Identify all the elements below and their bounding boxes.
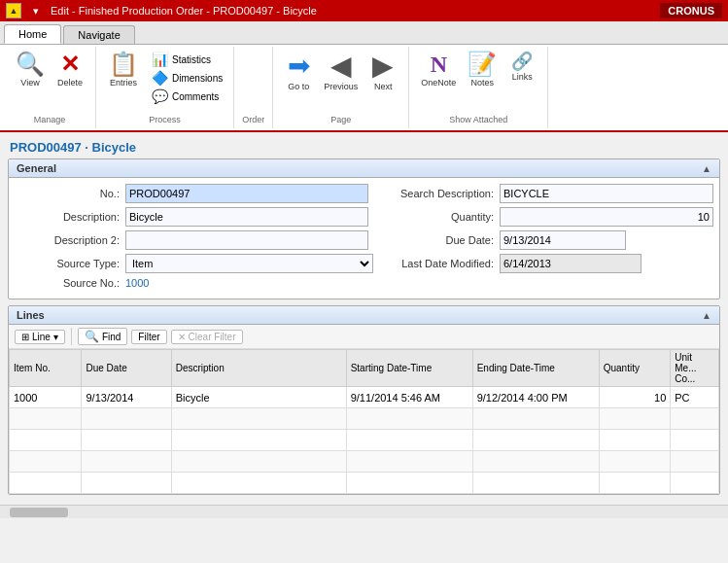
line-grid-icon: ⊞ — [21, 332, 29, 342]
no-label: No.: — [18, 188, 125, 199]
find-button[interactable]: 🔍 Find — [78, 328, 127, 345]
description-row: Description: — [18, 207, 373, 227]
cell-ending-dt: 9/12/2014 4:00 PM — [472, 387, 599, 408]
view-icon: 🔍 — [16, 53, 45, 76]
dimensions-button[interactable]: 🔷 Dimensions — [149, 69, 225, 87]
col-due-date: Due Date — [82, 350, 171, 387]
lines-section: Lines ▲ ⊞ Line ▾ 🔍 Find Filter ✕ Clear F… — [8, 305, 720, 495]
lines-section-header[interactable]: Lines ▲ — [9, 306, 719, 325]
links-label: Links — [512, 72, 533, 82]
quantity-input[interactable] — [500, 207, 713, 227]
general-collapse-icon: ▲ — [702, 163, 711, 174]
delete-button[interactable]: ✕ Delete — [52, 51, 87, 89]
col-starting-dt: Starting Date-Time — [346, 350, 472, 387]
general-two-col: No.: Description: Description 2: Source … — [18, 184, 710, 293]
goto-label: Go to — [288, 82, 309, 91]
entries-button[interactable]: 📋 Entries — [104, 51, 143, 89]
onenote-button[interactable]: N OneNote — [417, 51, 460, 89]
tab-navigate[interactable]: Navigate — [63, 25, 134, 44]
line-button[interactable]: ⊞ Line ▾ — [15, 330, 65, 344]
order-group-label: Order — [242, 111, 264, 124]
entries-icon: 📋 — [109, 53, 138, 76]
dimensions-label: Dimensions — [172, 73, 223, 84]
page-content: PROD00497 · Bicycle General ▲ No.: Descr… — [0, 132, 728, 505]
description-label: Description: — [18, 211, 125, 223]
lastDateModified-input — [500, 254, 641, 273]
previous-button[interactable]: ◀ Previous — [320, 51, 362, 93]
links-button[interactable]: 🔗 Links — [504, 51, 539, 84]
menu-button[interactable]: ▾ — [27, 4, 45, 18]
table-row-empty — [10, 451, 719, 473]
links-icon: 🔗 — [511, 53, 533, 70]
goto-button[interactable]: ➡ Go to — [281, 51, 316, 93]
manage-group-label: Manage — [12, 111, 87, 124]
filter-button[interactable]: Filter — [131, 330, 166, 344]
notes-label: Notes — [471, 78, 495, 88]
lines-collapse-icon: ▲ — [702, 310, 711, 321]
notes-button[interactable]: 📝 Notes — [464, 51, 501, 89]
sourceType-select[interactable]: Item — [125, 254, 373, 273]
cell-due-date: 9/13/2014 — [82, 387, 171, 408]
col-quantity: Quantity — [599, 350, 671, 387]
notes-icon: 📝 — [468, 53, 497, 76]
table-row-empty — [10, 473, 719, 494]
general-left-col: No.: Description: Description 2: Source … — [18, 184, 373, 293]
general-section: General ▲ No.: Description: Description … — [8, 158, 720, 299]
cell-item-no: 1000 — [10, 387, 82, 408]
lines-table-container: Item No. Due Date Description Starting D… — [9, 349, 719, 494]
entries-label: Entries — [110, 78, 137, 88]
find-icon: 🔍 — [85, 330, 99, 343]
searchDescription-row: Search Description: — [393, 184, 713, 203]
statistics-button[interactable]: 📊 Statistics — [149, 51, 225, 68]
show-attached-group-label: Show Attached — [417, 111, 539, 124]
comments-button[interactable]: 💬 Comments — [149, 88, 225, 105]
table-row[interactable]: 1000 9/13/2014 Bicycle 9/11/2014 5:46 AM… — [10, 387, 719, 408]
quantity-row: Quantity: — [393, 207, 713, 227]
comments-icon: 💬 — [152, 88, 168, 104]
dueDate-label: Due Date: — [393, 234, 500, 246]
view-button[interactable]: 🔍 View — [12, 51, 49, 89]
scroll-thumb[interactable] — [10, 508, 68, 517]
ribbon-group-order: Order — [234, 47, 273, 128]
clear-filter-label: Clear Filter — [189, 332, 236, 342]
dueDate-input[interactable] — [500, 230, 626, 250]
cell-starting-dt: 9/11/2014 5:46 AM — [346, 387, 472, 408]
searchDescription-input[interactable] — [500, 184, 713, 203]
previous-label: Previous — [324, 82, 358, 91]
description-input[interactable] — [125, 207, 368, 227]
ribbon: 🔍 View ✕ Delete Manage 📋 Entries 📊 Stati… — [0, 45, 728, 132]
sourceType-label: Source Type: — [18, 258, 125, 269]
statistics-icon: 📊 — [152, 52, 168, 67]
description2-row: Description 2: — [18, 230, 373, 250]
table-row-empty — [10, 430, 719, 451]
tab-home[interactable]: Home — [4, 24, 61, 44]
no-row: No.: — [18, 184, 373, 203]
onenote-label: OneNote — [421, 78, 456, 88]
statistics-label: Statistics — [172, 54, 211, 65]
clear-filter-button[interactable]: ✕ Clear Filter — [171, 330, 243, 344]
sourceNo-row: Source No.: 1000 — [18, 277, 373, 289]
no-input[interactable] — [125, 184, 368, 203]
col-item-no: Item No. — [10, 350, 82, 387]
description2-input[interactable] — [125, 230, 368, 250]
line-dropdown-icon: ▾ — [53, 332, 58, 342]
previous-icon: ◀ — [330, 53, 352, 80]
next-icon: ▶ — [372, 53, 394, 80]
lastDateModified-row: Last Date Modified: — [393, 254, 713, 273]
ribbon-group-manage: 🔍 View ✕ Delete Manage — [4, 47, 96, 128]
view-label: View — [20, 78, 39, 88]
show-attached-buttons: N OneNote 📝 Notes 🔗 Links — [417, 51, 539, 89]
ribbon-group-show-attached: N OneNote 📝 Notes 🔗 Links Show Attached — [409, 47, 548, 128]
onenote-icon: N — [431, 53, 447, 76]
toolbar-sep-1 — [71, 328, 72, 345]
clear-filter-icon: ✕ — [178, 332, 186, 342]
sourceNo-link[interactable]: 1000 — [125, 277, 149, 289]
title-bar: ▲ ▾ Edit - Finished Production Order - P… — [0, 0, 728, 21]
page-title: PROD00497 · Bicycle — [8, 136, 720, 158]
sourceNo-label: Source No.: — [18, 277, 125, 289]
lines-section-title: Lines — [17, 309, 45, 321]
next-button[interactable]: ▶ Next — [365, 51, 400, 93]
delete-label: Delete — [57, 78, 83, 88]
horizontal-scrollbar[interactable] — [0, 505, 728, 518]
general-section-header[interactable]: General ▲ — [9, 159, 719, 178]
